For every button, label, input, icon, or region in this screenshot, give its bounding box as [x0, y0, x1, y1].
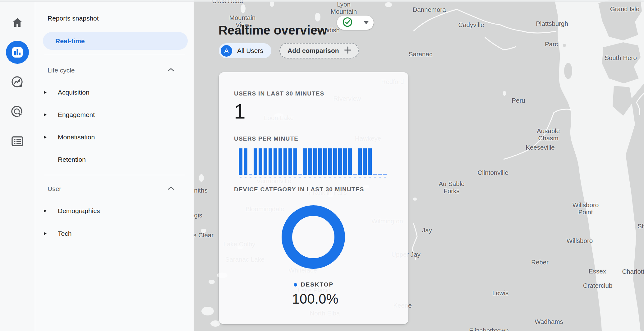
device-category-donut[interactable]: [282, 205, 345, 269]
minute-bar[interactable]: [293, 148, 297, 175]
river-branch: [485, 37, 516, 50]
axis-tick: [338, 177, 342, 178]
minute-bar[interactable]: [303, 148, 307, 175]
sidebar-item-demographics[interactable]: Demographics: [35, 202, 194, 220]
sidebar-item-reports-snapshot[interactable]: Reports snapshot: [35, 10, 194, 27]
window-top-edge: [0, 0, 644, 2]
map-place-label: Parc: [545, 40, 558, 48]
sidebar-section-header-life-cycle[interactable]: Life cycle: [35, 62, 194, 79]
map-place-label: niths: [194, 187, 207, 194]
minute-bar[interactable]: [338, 148, 342, 175]
divider: [44, 175, 185, 175]
sidebar-item-monetisation[interactable]: Monetisation: [35, 128, 194, 146]
small-island: [563, 44, 566, 47]
minute-bar[interactable]: [259, 148, 262, 175]
map-place-label: Keeseville: [526, 144, 554, 151]
explore-icon: [10, 75, 25, 91]
minute-bar[interactable]: [378, 174, 382, 175]
minute-bar[interactable]: [348, 148, 352, 175]
minute-bar[interactable]: [358, 148, 362, 175]
reports-icon: [6, 41, 29, 64]
sidebar-section-header-user[interactable]: User: [35, 180, 194, 198]
desktop-percentage: 100.0%: [219, 291, 412, 307]
minute-bar[interactable]: [274, 148, 277, 175]
home-button[interactable]: [0, 16, 35, 30]
minute-bar[interactable]: [313, 148, 317, 175]
minute-bar[interactable]: [333, 148, 337, 175]
map-place-label: e Clear: [194, 231, 214, 239]
axis-tick: [363, 177, 367, 178]
minute-bar[interactable]: [298, 174, 302, 175]
minute-bar[interactable]: [244, 148, 247, 175]
home-icon: [11, 16, 24, 30]
minute-bar[interactable]: [288, 148, 292, 175]
expand-triangle-icon: [44, 136, 47, 139]
advertising-button[interactable]: [0, 105, 35, 121]
configure-button[interactable]: [0, 134, 35, 150]
minute-bar[interactable]: [373, 174, 377, 175]
axis-tick: [278, 177, 282, 178]
sidebar-item-tech[interactable]: Tech: [35, 225, 194, 242]
axis-tick: [303, 177, 307, 178]
realtime-status-dropdown[interactable]: [337, 16, 374, 30]
minute-bar[interactable]: [318, 148, 322, 175]
axis-tick: [249, 177, 252, 178]
map-place-label: Jay: [422, 226, 432, 234]
map-place-label: Plattsburgh: [536, 20, 568, 27]
minute-bar[interactable]: [323, 148, 327, 175]
map-place-label: Lewis: [492, 289, 508, 296]
minute-bar[interactable]: [328, 148, 332, 175]
axis-tick: [383, 177, 387, 178]
users-per-minute-chart[interactable]: [239, 148, 387, 175]
map-place-label: Dannemora: [412, 6, 446, 13]
map-place-label: Grand Isle: [610, 5, 640, 12]
sidebar-item-engagement[interactable]: Engagement: [35, 106, 194, 124]
minute-bar[interactable]: [264, 148, 267, 175]
sidebar-item-retention[interactable]: Retention: [35, 151, 194, 168]
users-per-minute-label: USERS PER MINUTE: [234, 135, 298, 142]
minute-bar[interactable]: [239, 148, 242, 175]
sidebar-item-realtime[interactable]: Real-time: [43, 32, 188, 50]
map-place-label: AusableChasm: [537, 127, 560, 142]
axis-tick: [269, 177, 272, 178]
page-title: Realtime overview: [218, 22, 327, 38]
map-place-label: Clintonville: [477, 169, 508, 176]
minute-bar[interactable]: [269, 148, 272, 175]
axis-tick: [288, 177, 292, 178]
minute-bar[interactable]: [353, 174, 357, 175]
minute-bar[interactable]: [343, 148, 347, 175]
sidebar-item-label: Monetisation: [58, 133, 95, 141]
add-comparison-button[interactable]: Add comparison: [279, 43, 359, 58]
explore-button[interactable]: [0, 75, 35, 91]
axis-tick: [293, 177, 297, 178]
sidebar-item-label: Demographics: [58, 207, 100, 215]
axis-tick: [368, 177, 372, 178]
chevron-up-icon: [168, 68, 174, 73]
sidebar-item-label: Retention: [58, 156, 86, 163]
minute-bar[interactable]: [363, 148, 367, 175]
sidebar-item-label: Engagement: [58, 111, 95, 119]
add-comparison-label: Add comparison: [288, 47, 339, 54]
map-place-label: egis: [194, 212, 202, 219]
axis-tick: [298, 177, 302, 178]
minute-bar[interactable]: [308, 148, 312, 175]
map-place-label: South Hero: [605, 54, 637, 61]
minute-bar[interactable]: [368, 148, 372, 175]
users-30min-value: 1: [234, 100, 246, 123]
axis-tick: [239, 177, 242, 178]
sidebar-item-acquisition[interactable]: Acquisition: [35, 84, 194, 101]
map-place-label: Cadyville: [458, 21, 484, 28]
minute-bar[interactable]: [283, 148, 287, 175]
minute-bar[interactable]: [383, 174, 387, 175]
axis-tick: [283, 177, 287, 178]
map-place-label: LyonMountain: [331, 1, 357, 15]
reports-button-selected[interactable]: [0, 41, 35, 64]
all-users-chip[interactable]: A All Users: [219, 43, 271, 58]
minute-bar[interactable]: [249, 174, 252, 175]
axis-tick: [308, 177, 312, 178]
sidebar-item-label: Real-time: [55, 37, 85, 45]
axis-tick: [313, 177, 317, 178]
axis-tick: [373, 177, 377, 178]
minute-bar[interactable]: [278, 148, 282, 175]
minute-bar[interactable]: [254, 148, 257, 175]
